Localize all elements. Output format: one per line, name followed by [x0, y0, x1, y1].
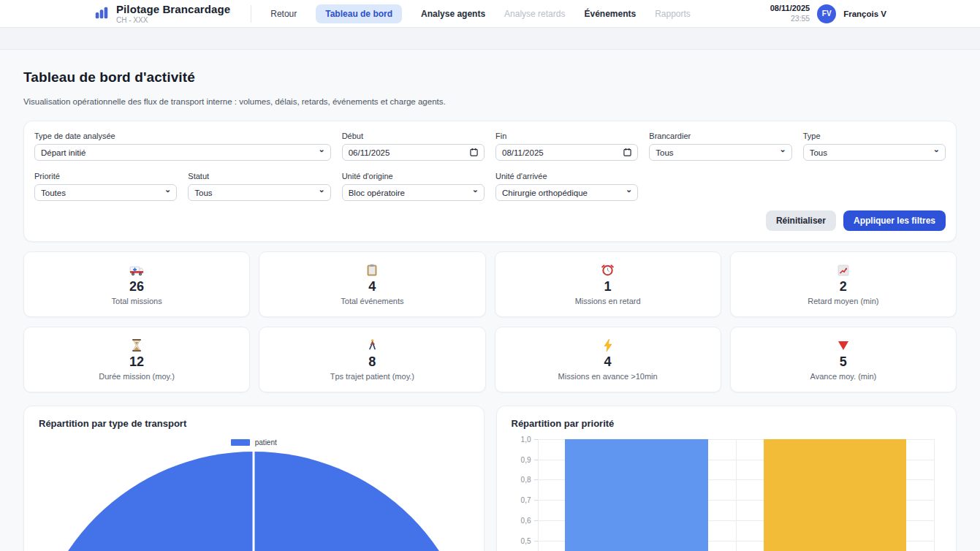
legend-label-patient: patient — [255, 438, 277, 446]
ambulance-icon — [129, 264, 144, 277]
kpi-total-missions: 26 Total missions — [23, 251, 250, 317]
reset-filters-button[interactable]: Réinitialiser — [766, 210, 836, 231]
app-title: Pilotage Brancardage — [116, 3, 230, 15]
main-nav: Retour Tableau de bord Analyse agents An… — [270, 4, 691, 23]
type-de-date-select[interactable]: Départ initié — [34, 144, 331, 161]
kpi-value: 8 — [368, 354, 376, 370]
pie-legend: patient — [39, 438, 469, 446]
avatar[interactable]: FV — [817, 4, 836, 23]
divider — [251, 5, 251, 23]
kpi-retard-moyen: 2 Retard moyen (min) — [730, 251, 957, 317]
apply-filters-button[interactable]: Appliquer les filtres — [843, 210, 946, 231]
main-content: Tableau de bord d'activité Visualisation… — [0, 69, 980, 551]
y-axis-label: 0,8 — [521, 476, 531, 484]
kpi-label: Avance moy. (min) — [810, 372, 877, 381]
kpi-label: Durée mission (moy.) — [99, 372, 175, 381]
chart-increasing-icon — [837, 264, 849, 277]
charts-row: Répartition par type de transport patien… — [23, 406, 957, 551]
start-date-input[interactable]: 06/11/2025 — [342, 144, 485, 161]
kpi-value: 26 — [129, 279, 144, 294]
red-triangle-down-icon — [837, 339, 849, 352]
clock: 08/11/2025 23:55 — [770, 4, 810, 23]
kpi-tps-trajet-patient: 8 Tps trajet patient (moy.) — [259, 327, 485, 392]
page-title: Tableau de bord d'activité — [23, 69, 957, 86]
pie-chart-title: Répartition par type de transport — [39, 418, 469, 429]
lightning-icon — [604, 339, 612, 352]
kpi-missions-en-retard: 1 Missions en retard — [495, 251, 721, 317]
filter-label-fin: Fin — [495, 132, 638, 140]
y-axis-label: 0,6 — [521, 517, 531, 525]
filter-label-type-date: Type de date analysée — [34, 132, 331, 140]
kpi-duree-mission: 12 Durée mission (moy.) — [23, 327, 250, 392]
nav-analyse-retards[interactable]: Analyse retards — [504, 9, 565, 19]
kpi-total-evenements: 4 Total événements — [259, 251, 485, 317]
transport-pie-card: Répartition par type de transport patien… — [23, 406, 485, 551]
filter-label-brancardier: Brancardier — [649, 132, 791, 140]
kpi-value: 2 — [840, 279, 847, 294]
priority-bar-plot: 1,00,90,80,70,60,50,4 — [538, 439, 935, 551]
current-time: 23:55 — [770, 14, 810, 23]
kpi-value: 5 — [840, 354, 847, 370]
priority-bar-card: Répartition par priorité 1,00,90,80,70,6… — [496, 406, 957, 551]
calendar-icon — [470, 148, 478, 158]
gridline — [934, 439, 935, 551]
kpi-label: Missions en retard — [575, 297, 641, 305]
pie-chart — [39, 446, 469, 551]
bar-chart-title: Répartition par priorité — [512, 418, 942, 429]
user-name[interactable]: François V — [843, 10, 886, 18]
end-date-input[interactable]: 08/11/2025 — [495, 144, 638, 161]
kpi-label: Missions en avance >10min — [558, 372, 658, 381]
bar-chart-logo-icon — [94, 4, 110, 23]
app-subtitle: CH - XXX — [116, 16, 230, 24]
y-axis-label: 0,5 — [521, 538, 531, 545]
legend-swatch-patient — [231, 439, 250, 446]
filter-label-statut: Statut — [188, 172, 330, 180]
current-date: 08/11/2025 — [770, 4, 810, 14]
nav-retour[interactable]: Retour — [270, 9, 297, 19]
kpi-avance-moyenne: 5 Avance moy. (min) — [730, 327, 957, 392]
subheader-bar — [0, 28, 980, 50]
kpi-value: 4 — [604, 354, 612, 370]
nav-rapports[interactable]: Rapports — [655, 9, 691, 19]
kpi-value: 12 — [129, 354, 144, 370]
unite-arrivee-select[interactable]: Chirurgie orthopédique — [495, 184, 638, 201]
filter-label-unite-origine: Unité d'origine — [342, 172, 485, 180]
kpi-value: 4 — [368, 279, 376, 294]
alarm-clock-icon — [601, 264, 614, 277]
nav-evenements[interactable]: Événements — [584, 9, 636, 19]
filter-label-unite-arrivee: Unité d'arrivée — [495, 172, 638, 180]
gridline — [538, 439, 539, 551]
kpi-value: 1 — [604, 279, 612, 294]
filter-panel: Type de date analysée Départ initié Débu… — [23, 121, 957, 242]
statut-select[interactable]: Tous — [188, 184, 330, 201]
gridline — [736, 439, 737, 551]
hourglass-icon — [132, 339, 142, 352]
priority-bar — [565, 439, 707, 551]
page-subtitle: Visualisation opérationnelle des flux de… — [23, 97, 957, 106]
kpi-label: Total missions — [112, 297, 162, 305]
pie-slice-divider — [253, 452, 255, 551]
filter-label-debut: Début — [342, 132, 485, 140]
clipboard-icon — [367, 264, 377, 277]
calendar-icon — [623, 148, 631, 158]
filter-label-type: Type — [803, 132, 946, 140]
type-select[interactable]: Tous — [803, 144, 946, 161]
nav-tableau-de-bord[interactable]: Tableau de bord — [316, 4, 402, 23]
kpi-label: Total événements — [341, 297, 403, 305]
nav-analyse-agents[interactable]: Analyse agents — [421, 9, 485, 19]
brand: Pilotage Brancardage CH - XXX — [94, 3, 230, 24]
priorite-select[interactable]: Toutes — [34, 184, 177, 201]
filter-label-priorite: Priorité — [34, 172, 177, 180]
kpi-label: Retard moyen (min) — [808, 297, 878, 305]
priority-bar — [764, 439, 906, 551]
y-axis-label: 0,7 — [521, 497, 531, 504]
navbar: Pilotage Brancardage CH - XXX Retour Tab… — [0, 0, 980, 28]
y-axis-label: 0,9 — [521, 457, 531, 464]
pedestrian-icon — [368, 339, 376, 352]
kpi-grid: 26 Total missions 4 Total événements 1 M… — [23, 251, 957, 392]
kpi-missions-en-avance: 4 Missions en avance >10min — [495, 327, 721, 392]
brancardier-select[interactable]: Tous — [649, 144, 791, 161]
y-axis-label: 1,0 — [521, 436, 531, 444]
unite-origine-select[interactable]: Bloc opératoire — [342, 184, 485, 201]
kpi-label: Tps trajet patient (moy.) — [330, 372, 414, 381]
